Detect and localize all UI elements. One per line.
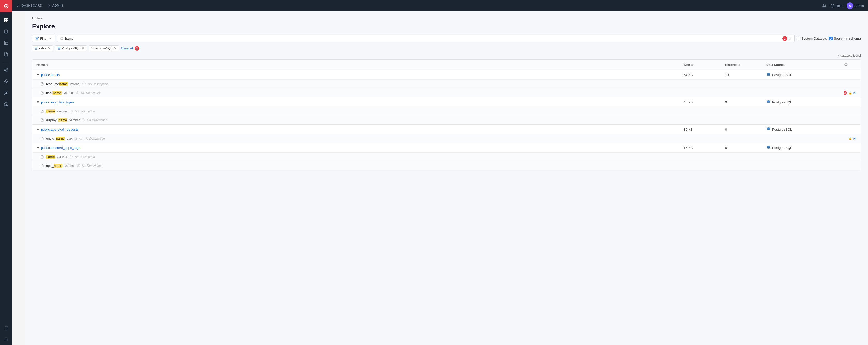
table-settings-icon[interactable]: ⚙ [844,62,847,67]
col-row-entity-name[interactable]: entity_name varchar ⓘ No Description 🔒 P… [32,134,861,143]
col-name-text-display-name: display_name [46,118,67,122]
dataset-size-audits: 64 KB [684,73,725,77]
col-name-text-name1: name [46,109,55,113]
svg-point-38 [58,47,60,48]
svg-point-17 [5,103,7,106]
dataset-row-external-apps-tags[interactable]: ▼ public.external_apps_tags 16 KB 0 Post… [32,143,861,152]
clear-all-btn[interactable]: Clear All 2 [121,46,139,51]
search-in-schema-checkbox[interactable] [829,37,833,40]
dataset-row-approval-requests[interactable]: ▼ public.approval_requests 32 KB 0 Postg… [32,125,861,134]
col-info-icon-display-name[interactable]: ⓘ [82,118,85,122]
dataset-records-approval-requests: 0 [725,127,767,132]
page-title: Explore [32,23,861,30]
tag-postgresql1-label: PostgresSQL [62,47,80,50]
user-menu[interactable]: A Admin [846,2,864,9]
lock-icon-entity-name: 🔒 [848,137,852,140]
col-doc-icon-entity-name [40,137,44,140]
sidebar [0,0,12,345]
pg-icon-audits [767,73,771,77]
svg-rect-3 [7,18,8,20]
sort-size-icon[interactable]: ⇅ [691,63,693,66]
sidebar-icon-analytics[interactable] [1,334,11,344]
th-size: Size ⇅ [684,62,725,67]
search-wrap: 1 ✕ [57,35,795,42]
col-info-icon-app-name[interactable]: ⓘ [77,164,80,168]
col-row-name2[interactable]: name varchar ⓘ No Description [32,152,861,161]
sidebar-icon-home[interactable] [1,15,11,25]
topnav: DASHBOARD ADMIN Help A Admin [12,0,868,11]
sort-records-icon[interactable]: ⇅ [739,63,741,66]
col-name-app-name: app_name varchar ⓘ No Description [40,164,684,168]
svg-point-9 [4,69,6,71]
search-clear-btn[interactable]: ✕ [788,36,792,40]
col-badge-username: 3 [844,90,846,95]
search-input[interactable] [65,35,781,42]
col-info-icon-resourcename[interactable]: ⓘ [83,82,86,86]
help-btn[interactable]: Help [831,4,842,8]
dataset-group-key-data-types: ▼ public.key_data_types 48 KB 9 Postgres… [32,97,861,125]
search-in-schema-toggle[interactable]: Search in schema [829,36,861,40]
sidebar-icon-lightning[interactable] [1,76,11,87]
col-row-app-name[interactable]: app_name varchar ⓘ No Description [32,161,861,170]
col-doc-icon-name1 [40,110,44,113]
col-name-text-username: username [46,91,62,95]
system-datasets-toggle[interactable]: System Datasets [797,36,827,40]
nav-admin[interactable]: ADMIN [48,4,63,7]
sidebar-icon-target[interactable] [1,99,11,109]
search-in-schema-label: Search in schema [834,36,861,40]
svg-point-37 [35,47,37,48]
notification-bell[interactable] [822,4,826,8]
col-name-display-name: display_name varchar ⓘ No Description [40,118,684,122]
sidebar-icon-settings[interactable] [1,323,11,333]
col-name-text-resourcename: resourcename [46,82,68,86]
col-info-icon-entity-name[interactable]: ⓘ [80,136,83,141]
search-count-badge: 1 [782,36,787,41]
search-icon [60,37,64,40]
filter-bar: Filter 1 ✕ System Datasets Search in sch… [32,35,861,42]
col-desc-resourcename: No Description [88,82,108,86]
help-label: Help [835,4,842,8]
sidebar-icon-puzzle[interactable] [1,88,11,98]
col-info-icon-username[interactable]: ⓘ [76,91,79,95]
tag-postgresql1-remove[interactable]: ✕ [82,46,85,50]
pii-badge-username: 🔒 PII [848,91,856,95]
col-row-resourcename[interactable]: resourcename varchar ⓘ No Description [32,79,861,88]
filter-button[interactable]: Filter [32,35,55,42]
sidebar-icon-chart[interactable] [1,38,11,48]
svg-point-31 [49,5,50,6]
col-pii-entity-name: 🔒 PII [844,137,856,140]
sidebar-icon-table[interactable] [1,26,11,37]
sort-name-icon[interactable]: ⇅ [46,63,48,66]
col-row-display-name[interactable]: display_name varchar ⓘ No Description [32,116,861,124]
dataset-source-key-data-types: PostgresSQL [767,100,844,104]
logo[interactable] [0,0,12,12]
svg-point-10 [7,71,8,72]
tag-postgresql1: PostgresSQL ✕ [55,45,87,51]
th-actions: ⚙ [844,62,856,67]
nav-dashboard[interactable]: DASHBOARD [17,4,42,7]
pg-icon-key-data-types [767,100,771,104]
svg-marker-13 [4,80,8,84]
col-doc-icon-app-name [40,164,44,167]
dataset-row-key-data-types[interactable]: ▼ public.key_data_types 48 KB 9 Postgres… [32,97,861,107]
svg-line-36 [63,39,63,40]
dataset-group-external-apps-tags: ▼ public.external_apps_tags 16 KB 0 Post… [32,143,861,170]
dataset-size-approval-requests: 32 KB [684,127,725,132]
sidebar-icon-doc[interactable] [1,49,11,59]
tag-postgresql2-remove[interactable]: ✕ [114,46,117,50]
sidebar-icon-share[interactable] [1,65,11,75]
col-pii-username: 3 🔒 PII [844,90,856,95]
col-row-name1[interactable]: name varchar ⓘ No Description [32,107,861,116]
col-desc-name1: No Description [75,110,95,113]
col-info-icon-name1[interactable]: ⓘ [69,109,73,114]
dataset-name-external-apps-tags: ▼ public.external_apps_tags [36,146,684,150]
col-info-icon-name2[interactable]: ⓘ [69,155,73,159]
tag-postgresql2-label: PostgreSQL [95,47,112,50]
dataset-row-audits[interactable]: ▼ public.audits 64 KB 70 PostgresSQL [32,70,861,79]
col-row-username[interactable]: username varchar ⓘ No Description 3 🔒 PI… [32,88,861,97]
system-datasets-checkbox[interactable] [797,37,800,40]
svg-point-18 [6,104,7,105]
tag-kafka-remove[interactable]: ✕ [48,46,51,50]
dataset-source-audits: PostgresSQL [767,73,844,77]
col-doc-icon-resourcename [40,82,44,86]
